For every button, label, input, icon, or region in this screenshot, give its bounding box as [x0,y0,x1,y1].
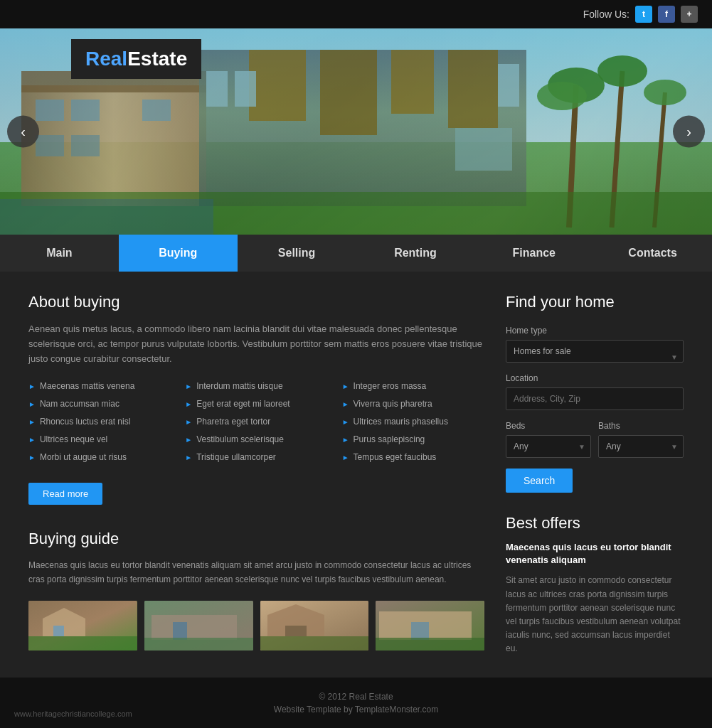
list-item: ►Purus saplepiscing [342,434,484,446]
property-images [28,601,484,651]
baths-select-wrapper: Any 1+ 2+ 3+ [598,435,684,458]
svg-rect-32 [152,615,237,640]
svg-rect-42 [376,638,484,651]
property-thumb-2[interactable] [144,601,253,651]
bullet-arrow: ► [28,382,36,392]
logo[interactable]: RealEstate [71,39,201,79]
bullet-text: Nam accumsan miac [40,398,119,410]
offer-text: Sit amet arcu justo in commodo consectet… [506,574,684,655]
baths-select[interactable]: Any 1+ 2+ 3+ [598,435,684,458]
nav-renting[interactable]: Renting [356,235,474,272]
list-item: ►Ultrices neque vel [28,434,171,446]
baths-label: Baths [598,421,684,431]
bullet-arrow: ► [28,417,36,427]
best-offers-title: Best offers [506,514,684,532]
bullet-text: Tristique ullamcorper [196,451,276,464]
right-column: Find your home Home type Homes for sale … [506,293,684,656]
svg-point-24 [644,80,686,105]
left-column: About buying Aenean quis metus lacus, a … [28,293,484,656]
bullet-arrow: ► [185,453,192,463]
bullet-lists: ►Maecenas mattis venena ►Nam accumsan mi… [28,380,484,469]
svg-rect-8 [71,135,100,156]
find-home-title: Find your home [506,293,684,311]
baths-wrapper: Baths Any 1+ 2+ 3+ [598,421,684,458]
bullet-arrow: ► [28,453,36,463]
bullet-text: Viverra quis pharetra [354,398,432,410]
bullet-text: Morbi ut augue ut risus [40,451,127,464]
svg-rect-33 [173,622,187,640]
svg-rect-5 [71,100,100,121]
bullet-arrow: ► [342,382,349,392]
bullet-col-2: ►Interdum mattis uisque ►Eget erat eget … [185,380,327,469]
svg-rect-7 [36,135,64,156]
footer: © 2012 Real Estate Website Template by T… [0,678,712,729]
read-more-button[interactable]: Read more [28,483,102,505]
svg-point-20 [537,82,587,110]
svg-point-22 [597,55,647,87]
logo-estate: Estate [127,48,187,70]
beds-select-wrapper: Any 1+ 2+ 3+ [506,435,591,458]
list-item: ►Tristique ullamcorper [185,451,327,464]
svg-rect-16 [498,64,519,107]
svg-rect-6 [142,100,171,121]
svg-rect-30 [28,636,137,651]
svg-rect-14 [206,71,228,107]
bullet-arrow: ► [342,453,349,463]
bullet-arrow: ► [185,435,192,445]
main-content: About buying Aenean quis metus lacus, a … [0,272,712,678]
follow-label: Follow Us: [583,9,629,20]
bullet-col-3: ►Integer eros massa ►Viverra quis pharet… [342,380,484,469]
property-thumb-1[interactable] [28,601,137,651]
footer-copyright: © 2012 Real Estate [14,692,698,702]
carousel-prev-button[interactable]: ‹ [7,116,39,148]
bullet-text: Ultrices mauris phasellus [354,416,448,428]
carousel-next-button[interactable]: › [673,116,705,148]
bullet-arrow: ► [185,400,192,410]
svg-rect-15 [235,71,256,107]
list-item: ►Morbi ut augue ut risus [28,451,171,464]
beds-select[interactable]: Any 1+ 2+ 3+ [506,435,591,458]
location-input[interactable] [506,387,684,410]
list-item: ►Interdum mattis uisque [185,380,327,392]
home-type-select[interactable]: Homes for sale Homes for rent Commercial… [506,340,684,363]
facebook-icon[interactable]: f [658,6,675,23]
bullet-text: Ultrices neque vel [40,434,107,446]
nav-main[interactable]: Main [0,235,119,272]
follow-us-section: Follow Us: t f + [583,6,698,23]
beds-label: Beds [506,421,591,431]
nav-buying[interactable]: Buying [119,235,238,272]
bullet-col-1: ►Maecenas mattis venena ►Nam accumsan mi… [28,380,171,469]
svg-rect-11 [320,50,377,135]
property-thumb-4[interactable] [376,601,484,651]
footer-url: www.heritagechristiancollege.com [14,710,132,718]
bullet-text: Tempus eget faucibus [354,451,437,464]
twitter-icon[interactable]: t [635,6,652,23]
location-label: Location [506,373,684,383]
svg-rect-26 [0,199,213,235]
bullet-arrow: ► [342,417,349,427]
list-item: ►Nam accumsan miac [28,398,171,410]
beds-baths-row: Beds Any 1+ 2+ 3+ Baths Any 1+ 2+ [506,421,684,458]
svg-rect-10 [249,50,306,121]
bullet-text: Vestibulum scelerisque [196,434,284,446]
plus-icon[interactable]: + [681,6,698,23]
bullet-arrow: ► [185,382,192,392]
about-title: About buying [28,293,484,311]
bullet-arrow: ► [185,417,192,427]
property-thumb-3[interactable] [260,601,369,651]
svg-rect-17 [455,128,512,171]
svg-rect-34 [144,638,253,651]
home-type-wrapper: Homes for sale Homes for rent Commercial… [506,340,684,373]
list-item: ►Maecenas mattis venena [28,380,171,392]
nav-contacts[interactable]: Contacts [593,235,712,272]
bullet-text: Purus saplepiscing [354,434,425,446]
list-item: ►Pharetra eget tortor [185,416,327,428]
list-item: ►Eget erat eget mi laoreet [185,398,327,410]
bullet-text: Eget erat eget mi laoreet [196,398,289,410]
search-button[interactable]: Search [506,469,573,493]
svg-rect-4 [36,100,64,121]
bullet-text: Interdum mattis uisque [196,380,282,392]
nav-finance[interactable]: Finance [474,235,593,272]
nav-selling[interactable]: Selling [238,235,356,272]
list-item: ►Ultrices mauris phasellus [342,416,484,428]
